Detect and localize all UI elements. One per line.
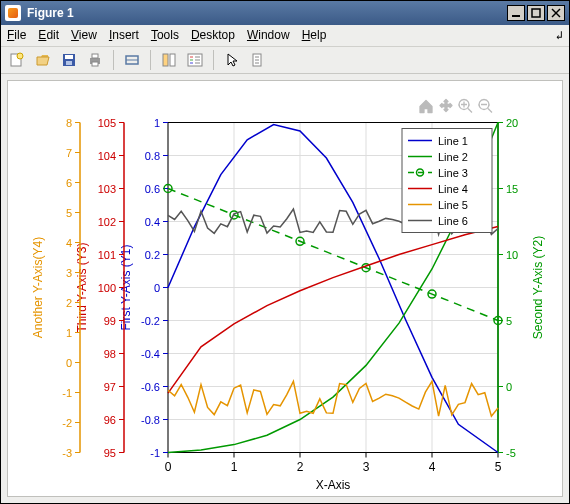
svg-text:4: 4 — [66, 237, 72, 249]
toolbar — [1, 47, 569, 74]
svg-text:5: 5 — [66, 207, 72, 219]
open-button[interactable] — [31, 48, 55, 72]
svg-text:0.4: 0.4 — [145, 216, 160, 228]
svg-rect-15 — [170, 54, 175, 66]
svg-text:1: 1 — [154, 117, 160, 129]
svg-text:6: 6 — [66, 177, 72, 189]
chart-svg: 012345X-Axis-1-0.8-0.6-0.4-0.200.20.40.6… — [8, 81, 562, 496]
save-button[interactable] — [57, 48, 81, 72]
svg-rect-10 — [92, 54, 98, 58]
legend-entry: Line 6 — [438, 215, 468, 227]
svg-text:3: 3 — [363, 460, 370, 474]
matlab-logo-icon — [5, 5, 21, 21]
dock-icon[interactable]: ↲ — [556, 28, 563, 42]
legend-entry: Line 5 — [438, 199, 468, 211]
svg-text:7: 7 — [66, 147, 72, 159]
svg-text:-0.6: -0.6 — [141, 381, 160, 393]
svg-text:1: 1 — [231, 460, 238, 474]
svg-text:0.2: 0.2 — [145, 249, 160, 261]
home-icon[interactable] — [420, 101, 432, 113]
menu-view[interactable]: View — [71, 28, 97, 42]
figure-canvas-wrap: 012345X-Axis-1-0.8-0.6-0.4-0.200.20.40.6… — [1, 74, 569, 503]
svg-text:-2: -2 — [62, 417, 72, 429]
insert-button[interactable] — [246, 48, 270, 72]
datacursor-button[interactable] — [157, 48, 181, 72]
svg-text:105: 105 — [98, 117, 116, 129]
svg-text:3: 3 — [66, 267, 72, 279]
menu-help[interactable]: Help — [302, 28, 327, 42]
legend-entry: Line 4 — [438, 183, 468, 195]
series-line-4 — [168, 227, 498, 394]
maximize-button[interactable] — [527, 5, 545, 21]
new-figure-button[interactable] — [5, 48, 29, 72]
svg-text:0: 0 — [165, 460, 172, 474]
figure-window: Figure 1 File Edit View Insert Tools Des… — [0, 0, 570, 504]
svg-rect-14 — [163, 54, 168, 66]
link-button[interactable] — [120, 48, 144, 72]
svg-text:2: 2 — [66, 297, 72, 309]
menu-desktop[interactable]: Desktop — [191, 28, 235, 42]
svg-text:99: 99 — [104, 315, 116, 327]
menu-tools[interactable]: Tools — [151, 28, 179, 42]
svg-text:10: 10 — [506, 249, 518, 261]
svg-text:104: 104 — [98, 150, 116, 162]
svg-rect-7 — [65, 55, 73, 59]
minimize-button[interactable] — [507, 5, 525, 21]
svg-text:100: 100 — [98, 282, 116, 294]
svg-rect-1 — [532, 9, 540, 17]
legend-entry: Line 3 — [438, 167, 468, 179]
zoomin-icon[interactable] — [459, 100, 472, 113]
xlabel: X-Axis — [316, 478, 351, 492]
ylabel-y4: Another Y-Axis(Y4) — [31, 237, 45, 338]
chart-toolbar — [420, 100, 492, 113]
svg-text:0.8: 0.8 — [145, 150, 160, 162]
svg-text:-1: -1 — [150, 447, 160, 459]
ylabel-y3: Third Y-Axis (Y3) — [75, 242, 89, 332]
zoomout-icon[interactable] — [479, 100, 492, 113]
titlebar[interactable]: Figure 1 — [1, 1, 569, 25]
svg-text:-0.8: -0.8 — [141, 414, 160, 426]
legend-entry: Line 2 — [438, 151, 468, 163]
svg-text:1: 1 — [66, 327, 72, 339]
figure-canvas[interactable]: 012345X-Axis-1-0.8-0.6-0.4-0.200.20.40.6… — [7, 80, 563, 497]
svg-rect-8 — [66, 61, 72, 65]
svg-text:102: 102 — [98, 216, 116, 228]
window-controls — [507, 5, 565, 21]
svg-text:8: 8 — [66, 117, 72, 129]
svg-text:-3: -3 — [62, 447, 72, 459]
svg-text:-0.4: -0.4 — [141, 348, 160, 360]
svg-text:101: 101 — [98, 249, 116, 261]
menu-window[interactable]: Window — [247, 28, 290, 42]
pointer-button[interactable] — [220, 48, 244, 72]
svg-point-5 — [17, 53, 23, 59]
svg-text:97: 97 — [104, 381, 116, 393]
legend-button[interactable] — [183, 48, 207, 72]
svg-text:20: 20 — [506, 117, 518, 129]
svg-text:98: 98 — [104, 348, 116, 360]
ylabel-y2: Second Y-Axis (Y2) — [531, 236, 545, 339]
svg-text:0.6: 0.6 — [145, 183, 160, 195]
svg-text:96: 96 — [104, 414, 116, 426]
svg-text:0: 0 — [506, 381, 512, 393]
legend-entry: Line 1 — [438, 135, 468, 147]
svg-text:-1: -1 — [62, 387, 72, 399]
svg-text:0: 0 — [154, 282, 160, 294]
svg-text:103: 103 — [98, 183, 116, 195]
svg-text:15: 15 — [506, 183, 518, 195]
svg-text:0: 0 — [66, 357, 72, 369]
window-title: Figure 1 — [27, 6, 507, 20]
menu-file[interactable]: File — [7, 28, 26, 42]
menu-insert[interactable]: Insert — [109, 28, 139, 42]
svg-text:95: 95 — [104, 447, 116, 459]
svg-text:4: 4 — [429, 460, 436, 474]
menu-edit[interactable]: Edit — [38, 28, 59, 42]
print-button[interactable] — [83, 48, 107, 72]
pan-icon[interactable] — [440, 100, 452, 112]
menubar: File Edit View Insert Tools Desktop Wind… — [1, 25, 569, 47]
legend[interactable]: Line 1Line 2Line 3Line 4Line 5Line 6 — [402, 129, 492, 233]
svg-text:2: 2 — [297, 460, 304, 474]
svg-text:5: 5 — [495, 460, 502, 474]
svg-text:-0.2: -0.2 — [141, 315, 160, 327]
svg-text:-5: -5 — [506, 447, 516, 459]
close-button[interactable] — [547, 5, 565, 21]
